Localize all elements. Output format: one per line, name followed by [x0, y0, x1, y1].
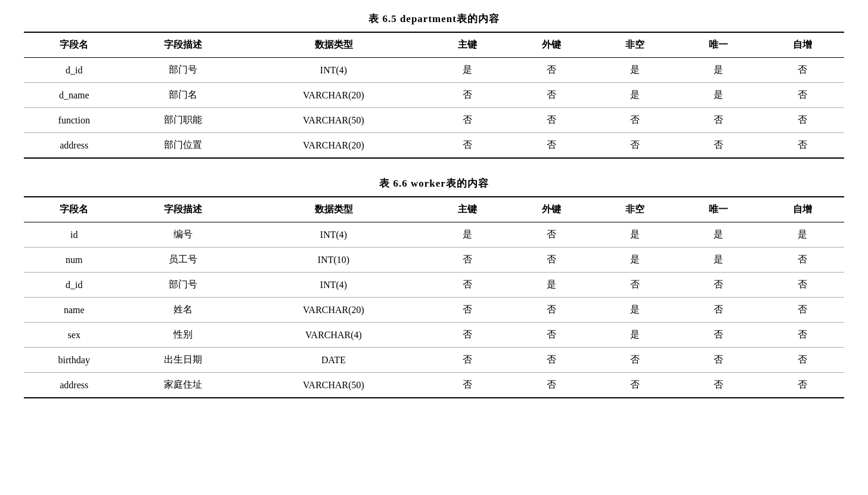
header-pk: 主键 — [426, 32, 509, 58]
table-cell: 否 — [761, 248, 844, 273]
table-row: address部门位置VARCHAR(20)否否否否否 — [24, 133, 844, 159]
table-cell: 否 — [426, 248, 509, 273]
table-cell: 否 — [677, 298, 760, 323]
table-cell: d_name — [24, 83, 124, 108]
table-cell: INT(4) — [241, 273, 426, 298]
table-cell: 否 — [593, 273, 677, 298]
header-fk: 外键 — [509, 32, 593, 58]
table-cell: 否 — [761, 298, 844, 323]
table-cell: 否 — [509, 298, 593, 323]
table2-title: 表 6.6 worker表的内容 — [24, 177, 844, 190]
table-cell: name — [24, 298, 124, 323]
table-cell: 是 — [593, 298, 677, 323]
table-cell: birthday — [24, 348, 124, 373]
table-cell: 否 — [426, 83, 509, 108]
table-cell: d_id — [24, 58, 124, 83]
table-cell: INT(4) — [241, 58, 426, 83]
table-cell: 否 — [593, 373, 677, 398]
header2-pk: 主键 — [426, 197, 509, 222]
table-cell: VARCHAR(50) — [241, 108, 426, 133]
table-cell: 否 — [509, 108, 593, 133]
table-row: d_id部门号INT(4)否是否否否 — [24, 273, 844, 298]
table-cell: 部门号 — [124, 273, 241, 298]
table-cell: function — [24, 108, 124, 133]
table-row: function部门职能VARCHAR(50)否否否否否 — [24, 108, 844, 133]
table-cell: 否 — [509, 323, 593, 348]
table-cell: 是 — [677, 58, 760, 83]
table-cell: 是 — [509, 273, 593, 298]
header-data-type: 数据类型 — [241, 32, 426, 58]
table-cell: address — [24, 133, 124, 159]
table-cell: VARCHAR(4) — [241, 323, 426, 348]
table-cell: 是 — [426, 58, 509, 83]
header-field-desc: 字段描述 — [124, 32, 241, 58]
table-cell: 是 — [761, 222, 844, 248]
table-cell: 否 — [677, 323, 760, 348]
table-cell: VARCHAR(20) — [241, 83, 426, 108]
table-cell: num — [24, 248, 124, 273]
table-cell: id — [24, 222, 124, 248]
table-cell: 否 — [761, 133, 844, 159]
table-cell: 员工号 — [124, 248, 241, 273]
header2-ai: 自增 — [761, 197, 844, 222]
table-cell: DATE — [241, 348, 426, 373]
table-cell: VARCHAR(50) — [241, 373, 426, 398]
table-cell: 否 — [761, 348, 844, 373]
table-row: d_id部门号INT(4)是否是是否 — [24, 58, 844, 83]
worker-table: 字段名 字段描述 数据类型 主键 外键 非空 唯一 自增 id编号INT(4)是… — [24, 196, 844, 398]
header-uq: 唯一 — [677, 32, 760, 58]
header2-field-name: 字段名 — [24, 197, 124, 222]
section-table1: 表 6.5 department表的内容 字段名 字段描述 数据类型 主键 外键… — [24, 12, 844, 159]
table-cell: 否 — [761, 373, 844, 398]
table-cell: 家庭住址 — [124, 373, 241, 398]
table-cell: 否 — [509, 83, 593, 108]
table-cell: d_id — [24, 273, 124, 298]
header-nn: 非空 — [593, 32, 677, 58]
header2-fk: 外键 — [509, 197, 593, 222]
table-cell: 否 — [426, 373, 509, 398]
department-table: 字段名 字段描述 数据类型 主键 外键 非空 唯一 自增 d_id部门号INT(… — [24, 32, 844, 159]
table-cell: 否 — [593, 108, 677, 133]
table-row: name姓名VARCHAR(20)否否是否否 — [24, 298, 844, 323]
table-cell: 否 — [426, 133, 509, 159]
header-ai: 自增 — [761, 32, 844, 58]
table-cell: 是 — [593, 83, 677, 108]
table-cell: 否 — [677, 108, 760, 133]
table1-title: 表 6.5 department表的内容 — [24, 12, 844, 26]
table-row: id编号INT(4)是否是是是 — [24, 222, 844, 248]
table-cell: sex — [24, 323, 124, 348]
table-row: d_name部门名VARCHAR(20)否否是是否 — [24, 83, 844, 108]
table-cell: 否 — [426, 108, 509, 133]
header-field-name: 字段名 — [24, 32, 124, 58]
table-cell: 否 — [761, 323, 844, 348]
table-cell: 出生日期 — [124, 348, 241, 373]
table-cell: 否 — [509, 222, 593, 248]
table-cell: address — [24, 373, 124, 398]
table-cell: 是 — [677, 248, 760, 273]
table-cell: VARCHAR(20) — [241, 298, 426, 323]
table-cell: 否 — [426, 323, 509, 348]
table-cell: 否 — [677, 348, 760, 373]
table-cell: 否 — [509, 58, 593, 83]
table-cell: 是 — [593, 58, 677, 83]
table-cell: 否 — [761, 108, 844, 133]
table-cell: 编号 — [124, 222, 241, 248]
table-cell: 否 — [426, 348, 509, 373]
table-cell: 否 — [509, 348, 593, 373]
table-cell: 否 — [677, 373, 760, 398]
table-cell: 是 — [593, 222, 677, 248]
table-cell: 部门名 — [124, 83, 241, 108]
table-cell: 否 — [761, 273, 844, 298]
table-cell: VARCHAR(20) — [241, 133, 426, 159]
table-row: birthday出生日期DATE否否否否否 — [24, 348, 844, 373]
table-row: address家庭住址VARCHAR(50)否否否否否 — [24, 373, 844, 398]
table-cell: 部门号 — [124, 58, 241, 83]
table-cell: INT(4) — [241, 222, 426, 248]
table-cell: 否 — [593, 133, 677, 159]
table-cell: 是 — [593, 323, 677, 348]
section-table2: 表 6.6 worker表的内容 字段名 字段描述 数据类型 主键 外键 非空 … — [24, 177, 844, 398]
header2-data-type: 数据类型 — [241, 197, 426, 222]
table-cell: 是 — [593, 248, 677, 273]
table-cell: 否 — [593, 348, 677, 373]
table-cell: 否 — [426, 273, 509, 298]
